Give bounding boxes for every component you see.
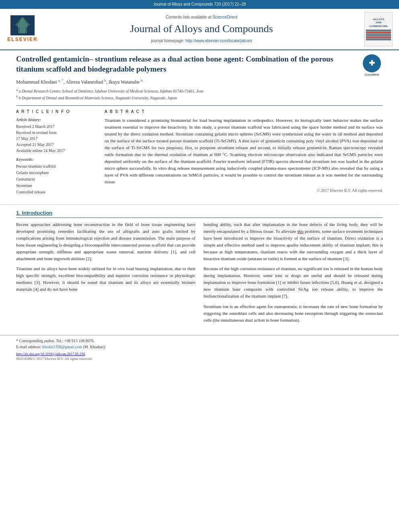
journal-homepage: journal homepage: http://www.elsevier.co… xyxy=(39,38,364,44)
sciencedirect-link[interactable]: ScienceDirect xyxy=(212,15,237,19)
copyright-line: © 2017 Elsevier B.V. All rights reserved… xyxy=(105,188,383,193)
section-divider xyxy=(0,204,399,205)
intro-para-1: Recent approaches addressing bone recons… xyxy=(16,221,195,262)
intro-right-col: bonding ability, such that after implant… xyxy=(204,221,383,327)
intro-para-5: Strontium ion is an effective agent for … xyxy=(204,303,383,324)
authors-line: Mohammad Khodaei a, *, Alireza Valanezha… xyxy=(16,78,383,86)
history-received: Received 2 March 2017 xyxy=(16,123,97,129)
article-history: Article history: Received 2 March 2017 R… xyxy=(16,117,97,154)
article-title: Controlled gentamicin– strontium release… xyxy=(16,54,383,74)
intro-body: Recent approaches addressing bone recons… xyxy=(16,221,383,327)
keywords-label: Keywords: xyxy=(16,157,97,162)
intro-para-4: Because of the high corrosion resistance… xyxy=(204,265,383,300)
elsevier-logo: ELSEVIER xyxy=(6,15,39,43)
article-info-abstract: A R T I C L E I N F O Article history: R… xyxy=(16,105,383,195)
abstract-column: A B S T R A C T Titanium is considered a… xyxy=(105,109,383,195)
contents-available: Contents lists available at ScienceDirec… xyxy=(39,14,364,20)
thumb-title: ALLOYSANDCOMPOUNDS xyxy=(369,18,388,28)
author-khodaei: Mohammad Khodaei xyxy=(16,79,58,85)
abstract-heading: A B S T R A C T xyxy=(105,109,383,115)
keyword-1: Porous titanium scaffold xyxy=(16,163,97,170)
footnote-section: * Corresponding author. Tel.: +98 913 10… xyxy=(0,335,399,362)
article-info-column: A R T I C L E I N F O Article history: R… xyxy=(16,109,97,195)
keyword-5: Controlled release xyxy=(16,189,97,195)
affiliation-b: b b Department of Dental and Biomedical … xyxy=(16,95,383,101)
keyword-2: Gelatin microsphere xyxy=(16,170,97,176)
history-online: Available online 24 May 2017 xyxy=(16,148,97,154)
doi-line: http://dx.doi.org/10.1016/j.jallcom.2017… xyxy=(16,351,383,357)
intro-title: 1. Introduction xyxy=(16,210,383,218)
doi-link[interactable]: http://dx.doi.org/10.1016/j.jallcom.2017… xyxy=(16,352,85,356)
history-accepted: Accepted 21 May 2017 xyxy=(16,142,97,148)
journal-header-center: Contents lists available at ScienceDirec… xyxy=(39,14,364,43)
crossmark-label: CrossMark xyxy=(364,73,379,76)
crossmark-icon: ✚ xyxy=(363,54,381,72)
article-info-heading: A R T I C L E I N F O xyxy=(16,109,97,115)
keyword-4: Strontium xyxy=(16,183,97,189)
intro-para-3: bonding ability, such that after implant… xyxy=(204,221,383,262)
journal-citation-bar: Journal of Alloys and Compounds 720 (201… xyxy=(0,0,399,9)
journal-title: Journal of Alloys and Compounds xyxy=(39,22,364,36)
history-revised-date: 17 May 2017 xyxy=(16,136,97,142)
crossmark-badge: ✚ CrossMark xyxy=(361,54,383,76)
journal-header: ELSEVIER Contents lists available at Sci… xyxy=(0,9,399,50)
intro-left-col: Recent approaches addressing bone recons… xyxy=(16,221,195,327)
keyword-3: Gentamicin xyxy=(16,176,97,183)
elsevier-tree-icon xyxy=(10,15,35,35)
corresponding-author: * Corresponding author. Tel.: +98 913 10… xyxy=(16,338,383,344)
thumb-lines xyxy=(366,29,391,41)
issn-line: 0925-8388/© 2017 Elsevier B.V. All right… xyxy=(16,356,383,362)
intro-para-2: Titanium and its alloys have been widely… xyxy=(16,265,195,293)
journal-citation: Journal of Alloys and Compounds 720 (201… xyxy=(153,2,246,6)
article-section: Controlled gentamicin– strontium release… xyxy=(0,50,399,199)
homepage-link[interactable]: http://www.elsevier.com/locate/jalcom xyxy=(185,39,252,43)
introduction-section: 1. Introduction Recent approaches addres… xyxy=(0,210,399,327)
history-label: Article history: xyxy=(16,117,97,123)
email-line: E-mail address: khodai1358@gmail.com (M.… xyxy=(16,344,383,350)
abstract-text: Titanium is considered a promising bioma… xyxy=(105,117,383,185)
journal-thumbnail: ALLOYSANDCOMPOUNDS xyxy=(364,12,393,46)
affiliation-a: a a Dental Research Center, School of De… xyxy=(16,88,383,94)
history-revised-label: Received in revised form xyxy=(16,129,97,136)
keywords-section: Keywords: Porous titanium scaffold Gelat… xyxy=(16,157,97,195)
email-link[interactable]: khodai1358@gmail.com xyxy=(42,345,82,349)
elsevier-brand: ELSEVIER xyxy=(7,36,37,43)
